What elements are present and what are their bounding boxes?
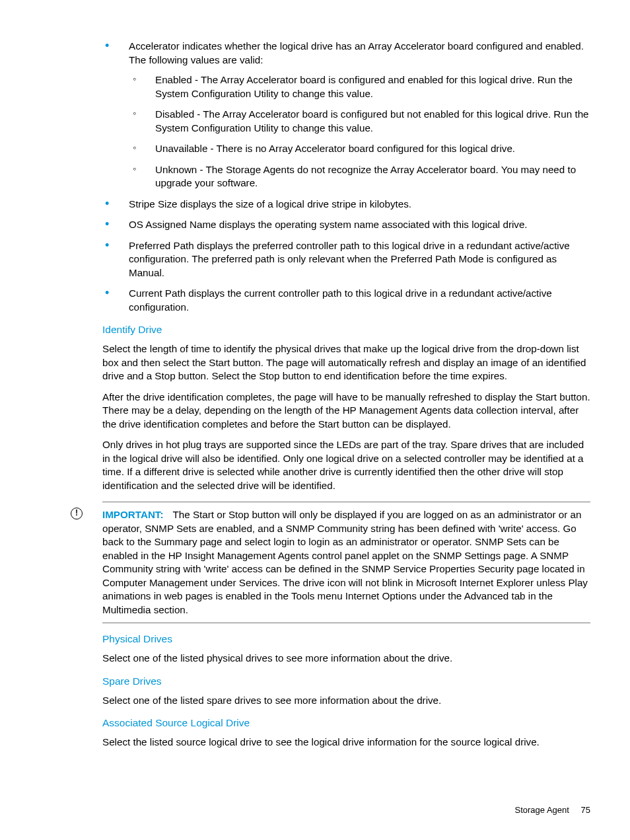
heading-associated-source: Associated Source Logical Drive [102, 716, 590, 730]
page-footer: Storage Agent 75 [515, 804, 591, 816]
list-item-text: Current Path displays the current contro… [129, 287, 552, 313]
footer-page-number: 75 [581, 805, 590, 815]
list-item-text: Accelerator indicates whether the logica… [129, 40, 584, 65]
important-icon: ! [71, 508, 83, 519]
list-item-text: Unknown - The Storage Agents do not reco… [155, 164, 576, 189]
list-item: Stripe Size displays the size of a logic… [102, 198, 590, 211]
important-text: The Start or Stop button will only be di… [102, 509, 588, 615]
bullet-list-level1: Accelerator indicates whether the logica… [102, 40, 590, 314]
list-item: Unavailable - There is no Array Accelera… [129, 142, 590, 156]
list-item: Unknown - The Storage Agents do not reco… [129, 163, 590, 190]
list-item-text: Disabled - The Array Accelerator board i… [155, 108, 589, 134]
important-label: IMPORTANT: [102, 509, 164, 520]
heading-physical-drives: Physical Drives [102, 632, 590, 646]
list-item: Enabled - The Array Accelerator board is… [129, 73, 590, 100]
important-callout: ! IMPORTANT:The Start or Stop button wil… [102, 502, 590, 623]
paragraph: Only drives in hot plug trays are suppor… [102, 438, 590, 492]
list-item-text: Unavailable - There is no Array Accelera… [155, 143, 515, 154]
heading-spare-drives: Spare Drives [102, 675, 590, 689]
paragraph: After the drive identification completes… [102, 391, 590, 432]
bullet-list-level2: Enabled - The Array Accelerator board is… [129, 73, 590, 190]
paragraph: Select the length of time to identify th… [102, 342, 590, 383]
list-item-text: OS Assigned Name displays the operating … [129, 219, 528, 230]
paragraph: Select one of the listed spare drives to… [102, 694, 590, 708]
list-item: Current Path displays the current contro… [102, 287, 590, 314]
list-item-text: Enabled - The Array Accelerator board is… [155, 74, 573, 99]
list-item: Accelerator indicates whether the logica… [102, 40, 590, 190]
list-item-text: Preferred Path displays the preferred co… [129, 240, 570, 278]
paragraph: Select the listed source logical drive t… [102, 736, 590, 749]
list-item: Disabled - The Array Accelerator board i… [129, 108, 590, 135]
heading-identify-drive: Identify Drive [102, 323, 590, 337]
list-item-text: Stripe Size displays the size of a logic… [129, 198, 411, 210]
list-item: OS Assigned Name displays the operating … [102, 218, 590, 232]
page-content: Accelerator indicates whether the logica… [102, 40, 590, 749]
document-page: Accelerator indicates whether the logica… [0, 0, 630, 840]
list-item: Preferred Path displays the preferred co… [102, 239, 590, 280]
paragraph: Select one of the listed physical drives… [102, 652, 590, 666]
footer-section: Storage Agent [515, 805, 569, 815]
